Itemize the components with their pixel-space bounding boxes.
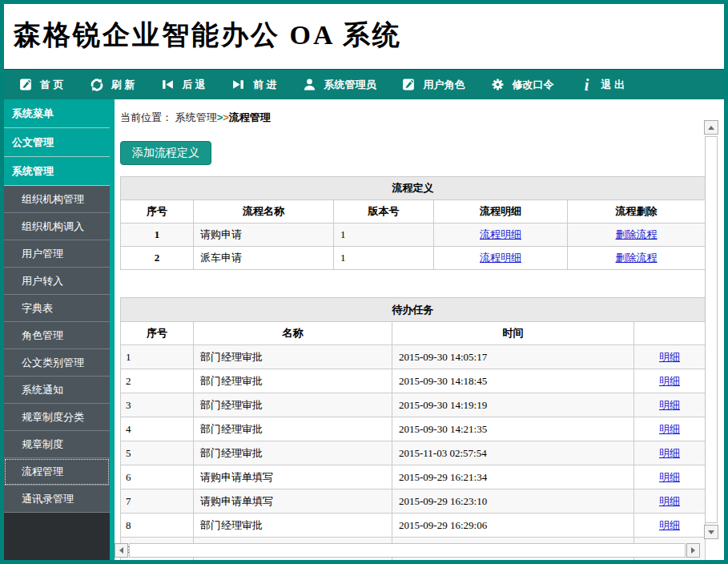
horizontal-scrollbar[interactable] (115, 543, 700, 558)
cell-task-name: 部门经理审批 (194, 441, 392, 465)
sidebar-item-user-management[interactable]: 用户管理 (4, 240, 110, 268)
table-row: 1 部门经理审批 2015-09-30 14:05:17 明细 (121, 345, 706, 369)
triangle-up-icon (708, 126, 714, 130)
sidebar-item-user-import[interactable]: 用户转入 (4, 268, 110, 295)
sidebar-item-contacts-management[interactable]: 通讯录管理 (4, 485, 110, 513)
cell-seq: 4 (121, 417, 194, 441)
table-row: 6 请购申请单填写 2015-09-29 16:21:34 明细 (121, 465, 706, 489)
toolbar: 首 页 刷 新 后 退 前 进 系统管理员 用户角色 修改口令 (4, 69, 724, 99)
cell-seq: 1 (121, 224, 194, 247)
col-header-process-detail: 流程明细 (434, 200, 568, 224)
edit-doc-icon (18, 78, 33, 92)
process-detail-link[interactable]: 流程明细 (480, 252, 521, 264)
sidebar-footer-filler (4, 513, 110, 560)
toolbar-change-password-label: 修改口令 (513, 78, 554, 92)
cell-task-name: 请购申请单填写 (194, 465, 392, 489)
cell-time: 2015-09-29 16:23:10 (392, 489, 634, 514)
info-icon: i (580, 78, 594, 92)
cell-time: 2015-09-29 16:29:06 (392, 514, 634, 538)
sidebar-item-document-management[interactable]: 公文管理 (4, 128, 110, 157)
breadcrumb-current: 流程管理 (229, 111, 271, 123)
horizontal-scroll-track[interactable] (129, 543, 686, 558)
col-header-time: 时间 (392, 322, 634, 345)
col-header-version: 版本号 (334, 200, 434, 224)
sidebar: 系统菜单 公文管理 系统管理 组织机构管理 组织机构调入 用户管理 用户转入 字… (4, 99, 115, 560)
breadcrumb: 当前位置： 系统管理>>流程管理 (120, 111, 724, 125)
sidebar-item-label: 系统菜单 (12, 107, 54, 119)
process-delete-link[interactable]: 删除流程 (616, 228, 658, 240)
toolbar-logout-button[interactable]: i 退 出 (580, 78, 625, 92)
table-row: 4 部门经理审批 2015-09-30 14:21:35 明细 (121, 417, 706, 441)
todo-detail-link[interactable]: 明细 (659, 447, 680, 459)
process-table-title: 流程定义 (121, 177, 706, 200)
breadcrumb-separator: > (223, 111, 229, 123)
table-row: 8 部门经理审批 2015-09-29 16:29:06 明细 (121, 514, 706, 538)
add-process-definition-button[interactable]: 添加流程定义 (120, 141, 211, 165)
scroll-right-button[interactable] (686, 543, 700, 558)
cell-seq: 7 (121, 489, 194, 514)
table-row: 2 派车申请 1 流程明细 删除流程 (121, 247, 706, 270)
scroll-down-button[interactable] (704, 525, 718, 539)
cell-task-name: 部门经理审批 (194, 393, 392, 417)
breadcrumb-prefix: 当前位置： (120, 111, 172, 123)
process-definition-table: 流程定义 序号 流程名称 版本号 流程明细 流程删除 1 请购申请 1 流程明细… (120, 176, 706, 270)
sidebar-item-system-management[interactable]: 系统管理 (4, 157, 110, 186)
gear-icon (491, 78, 505, 92)
scroll-up-button[interactable] (704, 120, 718, 135)
cell-time: 2015-09-30 14:19:19 (392, 393, 634, 417)
todo-detail-link[interactable]: 明细 (659, 519, 680, 531)
sidebar-item-system-notice[interactable]: 系统通知 (4, 377, 110, 404)
sidebar-item-label: 用户转入 (22, 275, 63, 287)
sidebar-item-doc-category[interactable]: 公文类别管理 (4, 349, 110, 377)
toolbar-forward-button[interactable]: 前 进 (231, 78, 277, 92)
cell-seq: 6 (121, 465, 194, 489)
col-header-process-name: 流程名称 (194, 200, 334, 224)
vertical-scrollbar[interactable] (704, 120, 718, 539)
cell-time: 2015-09-30 14:18:45 (392, 369, 634, 393)
col-header-seq: 序号 (121, 200, 194, 224)
breadcrumb-section: 系统管理 (175, 111, 217, 123)
todo-task-table: 待办任务 序号 名称 时间 1 部门经理审批 2015-09-30 14:05:… (120, 297, 706, 560)
sidebar-item-process-management[interactable]: 流程管理 (4, 458, 110, 485)
todo-detail-link[interactable]: 明细 (659, 351, 680, 363)
sidebar-item-system-menu[interactable]: 系统菜单 (4, 99, 110, 128)
sidebar-item-label: 流程管理 (22, 465, 63, 477)
toolbar-admin-button[interactable]: 系统管理员 (303, 78, 376, 92)
app-title: 森格锐企业智能办公 OA 系统 (4, 4, 724, 54)
toolbar-user-role-button[interactable]: 用户角色 (402, 78, 465, 92)
cell-task-name: 部门经理审批 (194, 417, 392, 441)
todo-detail-link[interactable]: 明细 (659, 399, 680, 411)
user-icon (303, 78, 317, 92)
sidebar-item-org-structure[interactable]: 组织机构管理 (4, 186, 110, 213)
sidebar-item-role-management[interactable]: 角色管理 (4, 322, 110, 349)
sidebar-item-rules-category[interactable]: 规章制度分类 (4, 404, 110, 431)
todo-detail-link[interactable]: 明细 (659, 471, 680, 483)
toolbar-back-button[interactable]: 后 退 (160, 78, 206, 92)
table-row: 7 请购申请单填写 2015-09-29 16:23:10 明细 (121, 489, 706, 514)
col-header-blank (634, 322, 706, 345)
toolbar-home-label: 首 页 (40, 78, 64, 92)
toolbar-refresh-button[interactable]: 刷 新 (90, 78, 135, 92)
sidebar-item-label: 公文管理 (12, 136, 54, 148)
todo-detail-link[interactable]: 明细 (659, 375, 680, 387)
todo-detail-link[interactable]: 明细 (659, 495, 680, 507)
sidebar-item-dictionary[interactable]: 字典表 (4, 295, 110, 322)
todo-detail-link[interactable]: 明细 (659, 423, 680, 435)
process-delete-link[interactable]: 删除流程 (616, 252, 658, 264)
sidebar-item-label: 系统通知 (22, 384, 63, 396)
sidebar-item-org-import[interactable]: 组织机构调入 (4, 213, 110, 240)
edit-doc-icon (402, 78, 416, 92)
cell-task-name: 部门经理审批 (194, 514, 392, 538)
sidebar-item-rules[interactable]: 规章制度 (4, 431, 110, 458)
triangle-left-icon (119, 547, 123, 554)
cell-task-name: 请购申请单填写 (194, 489, 392, 514)
scroll-left-button[interactable] (115, 543, 128, 558)
triangle-right-icon (691, 547, 695, 554)
toolbar-refresh-label: 刷 新 (111, 78, 135, 92)
process-detail-link[interactable]: 流程明细 (480, 228, 521, 240)
cell-time: 2015-09-29 16:21:34 (392, 465, 634, 489)
col-header-process-delete: 流程删除 (568, 200, 706, 224)
toolbar-change-password-button[interactable]: 修改口令 (491, 78, 554, 92)
toolbar-home-button[interactable]: 首 页 (18, 78, 64, 92)
vertical-scroll-track[interactable] (705, 136, 718, 523)
